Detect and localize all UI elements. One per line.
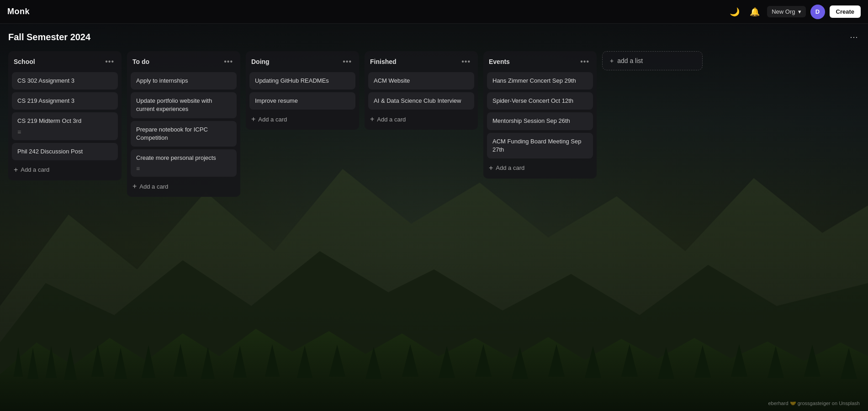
table-row[interactable]: Apply to internships [131,72,237,90]
list-header-finished: Finished••• [368,56,474,69]
card-text: CS 219 Midterm Oct 3rd [17,117,112,125]
add-card-button-doing[interactable]: +Add a card [249,112,355,126]
add-card-label: Add a card [496,164,524,171]
list-title-doing: Doing [251,58,270,65]
table-row[interactable]: Spider-Verse Concert Oct 12th [487,92,593,110]
navbar: Monk 🌙 🔔 New Org ▾ D Create [0,0,868,24]
create-button[interactable]: Create [830,5,861,18]
card-description-icon: ≡ [136,165,231,172]
card-text: Apply to internships [136,77,231,85]
card-text: Improve resume [255,97,350,105]
card-text: Prepare notebook for ICPC Competition [136,126,231,142]
card-text: Spider-Verse Concert Oct 12th [492,97,587,105]
card-text: Mentorship Session Sep 26th [492,117,587,125]
bell-icon: 🔔 [750,7,760,17]
list-title-events: Events [489,58,510,65]
list-menu-finished[interactable]: ••• [460,57,472,67]
add-list-label: add a list [617,57,643,64]
card-text: CS 302 Assignment 3 [17,77,112,85]
org-selector[interactable]: New Org ▾ [767,6,805,17]
list-school: School•••CS 302 Assignment 3CS 219 Assig… [8,51,122,180]
list-header-doing: Doing••• [249,56,355,69]
plus-icon: + [132,182,137,190]
list-menu-school[interactable]: ••• [103,57,116,67]
footer-credit: eberhard 🤝 grossgasteiger on Unsplash [768,400,860,406]
list-events: Events•••Hans Zimmer Concert Sep 29thSpi… [483,51,597,179]
card-text: ACM Funding Board Meeting Sep 27th [492,137,587,154]
avatar[interactable]: D [810,5,825,19]
plus-icon: + [251,115,255,123]
plus-icon: + [370,115,374,123]
dark-mode-toggle[interactable]: 🌙 [727,4,742,20]
board-header: Fall Semester 2024 ⋯ [8,30,860,44]
list-finished: Finished•••ACM WebsiteAI & Data Science … [365,51,478,130]
table-row[interactable]: Mentorship Session Sep 26th [487,112,593,130]
list-header-events: Events••• [487,56,593,69]
moon-icon: 🌙 [730,7,740,17]
board-title: Fall Semester 2024 [8,32,90,42]
table-row[interactable]: CS 219 Midterm Oct 3rd≡ [12,112,118,140]
table-row[interactable]: ACM Funding Board Meeting Sep 27th [487,133,593,158]
add-list-plus-icon: + [610,57,614,64]
card-text: ACM Website [374,77,469,85]
card-text: Update portfolio website with current ex… [136,97,231,113]
table-row[interactable]: Improve resume [249,92,355,110]
card-text: Create more personal projects [136,154,231,162]
table-row[interactable]: ACM Website [368,72,474,90]
add-card-label: Add a card [377,116,406,123]
navbar-right: 🌙 🔔 New Org ▾ D Create [727,4,861,20]
list-menu-doing[interactable]: ••• [341,57,354,67]
table-row[interactable]: CS 302 Assignment 3 [12,72,118,90]
list-title-todo: To do [132,58,149,65]
list-header-school: School••• [12,56,118,69]
card-text: AI & Data Science Club Interview [374,97,469,105]
add-card-button-school[interactable]: +Add a card [12,163,118,177]
table-row[interactable]: Hans Zimmer Concert Sep 29th [487,72,593,90]
org-label: New Org [772,8,795,15]
add-card-button-events[interactable]: +Add a card [487,161,593,175]
board-menu-button[interactable]: ⋯ [848,30,860,44]
add-card-button-finished[interactable]: +Add a card [368,112,474,126]
table-row[interactable]: AI & Data Science Club Interview [368,92,474,110]
add-card-label: Add a card [258,116,287,123]
plus-icon: + [14,166,18,174]
plus-icon: + [489,164,493,172]
lists-container: School•••CS 302 Assignment 3CS 219 Assig… [8,51,860,202]
card-text: Updating GitHub READMEs [255,77,350,85]
list-menu-todo[interactable]: ••• [222,57,235,67]
card-description-icon: ≡ [17,128,112,136]
list-doing: Doing•••Updating GitHub READMEsImprove r… [246,51,359,130]
list-title-school: School [14,58,35,65]
list-todo: To do•••Apply to internshipsUpdate portf… [127,51,240,197]
add-card-label: Add a card [139,183,168,190]
card-text: Phil 242 Discussion Post [17,148,112,156]
table-row[interactable]: Create more personal projects≡ [131,149,237,177]
app-logo: Monk [7,7,30,16]
notifications-button[interactable]: 🔔 [747,4,762,20]
add-list-button[interactable]: +add a list [602,51,703,70]
table-row[interactable]: Updating GitHub READMEs [249,72,355,90]
table-row[interactable]: Phil 242 Discussion Post [12,143,118,160]
table-row[interactable]: Prepare notebook for ICPC Competition [131,121,237,147]
navbar-left: Monk [7,7,30,16]
card-text: CS 219 Assignment 3 [17,97,112,105]
board-area: Fall Semester 2024 ⋯ School•••CS 302 Ass… [0,24,868,202]
chevron-down-icon: ▾ [798,8,801,15]
add-card-button-todo[interactable]: +Add a card [131,179,237,193]
table-row[interactable]: CS 219 Assignment 3 [12,92,118,110]
table-row[interactable]: Update portfolio website with current ex… [131,92,237,118]
list-title-finished: Finished [370,58,397,65]
add-card-label: Add a card [21,166,49,173]
avatar-initials: D [815,8,820,15]
list-menu-events[interactable]: ••• [578,57,591,67]
card-text: Hans Zimmer Concert Sep 29th [492,77,587,85]
list-header-todo: To do••• [131,56,237,69]
